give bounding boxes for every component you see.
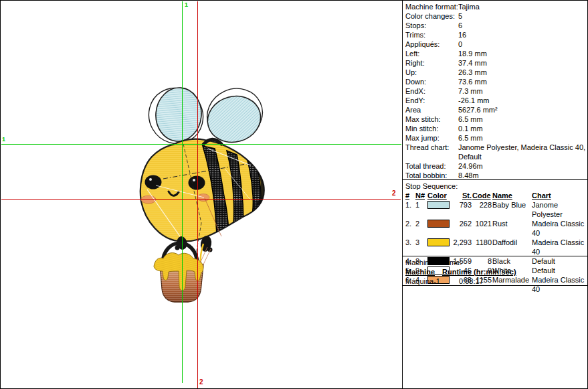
- color-swatch: [427, 219, 451, 238]
- color-swatch: [427, 238, 451, 256]
- stop-row-chart: Default: [532, 256, 587, 266]
- stop-row-code: 8: [472, 256, 492, 266]
- guide-label-left: 1: [2, 136, 5, 143]
- stop-sequence-title: Stop Sequence:: [405, 181, 587, 191]
- stat-row: EndX:7.3 mm: [405, 86, 587, 96]
- stat-row: Min stitch:0.1 mm: [405, 124, 587, 133]
- stop-row-num: 2.: [405, 219, 415, 238]
- machine-stats-section: Machine format:Tajima Color changes:5 St…: [403, 1, 588, 180]
- left-wing: [154, 86, 204, 143]
- stat-row: Trims:16: [405, 30, 587, 40]
- guide-label-top: 1: [185, 1, 188, 8]
- guide-label-bottom: 2: [199, 379, 203, 386]
- stop-row-chart: Madeira Classic 40: [532, 238, 587, 256]
- stat-row: Up:26.3 mm: [405, 68, 587, 77]
- stat-row: Stops:6: [405, 21, 587, 30]
- stat-row: Left:18.9 mm: [405, 49, 587, 58]
- stat-row: Right:37.4 mm: [405, 58, 587, 68]
- stop-row-code: 1180: [472, 238, 492, 256]
- stop-row-n: 3: [415, 238, 427, 256]
- right-eye-highlight: [193, 179, 195, 181]
- stop-row-code: 1021: [472, 219, 492, 238]
- honey-pot: [154, 242, 203, 302]
- runtime-row-value: 0:08:17: [442, 277, 587, 286]
- stop-row-n: 1: [415, 200, 427, 219]
- stop-row-num: 3.: [405, 238, 415, 256]
- stop-sequence-section: Stop Sequence: # N# Color St. Code Name …: [403, 180, 588, 256]
- stat-row: EndY:-26.1 mm: [405, 96, 587, 105]
- stop-row-name: Baby Blue: [492, 200, 531, 219]
- stat-row: Machine format:Tajima: [405, 2, 587, 11]
- stat-row: Total bobbin:8.48m: [405, 171, 587, 180]
- horizontal-guide-2[interactable]: [1, 199, 401, 200]
- stat-row: Color changes:5: [405, 11, 587, 21]
- stop-row-st: 793: [452, 200, 472, 219]
- bee-body: [140, 139, 264, 242]
- col-header-n: N#: [415, 191, 427, 200]
- horizontal-guide-1[interactable]: [1, 144, 401, 145]
- stat-row: Area5627.6 mm²: [405, 105, 587, 114]
- stat-row: Thread chart:Janome Polyester, Madeira C…: [405, 143, 587, 161]
- stop-row-num: 1.: [405, 200, 415, 219]
- embroidery-app-window: 1 2 1 2 Machine format:Tajima Color chan…: [0, 0, 588, 389]
- stat-row: Total thread:24.96m: [405, 161, 587, 171]
- left-cheek: [141, 196, 156, 204]
- stop-row-name: Black: [492, 256, 531, 266]
- stop-row-st: 2,293: [452, 238, 472, 256]
- stat-row: Max jump:6.5 mm: [405, 133, 587, 143]
- col-header-color: Color: [427, 191, 451, 200]
- stop-row-chart: Janome Polyester: [532, 200, 587, 219]
- col-header-num: #: [405, 191, 415, 200]
- col-header-runtime: Runtime (hr:min:sec): [442, 267, 587, 277]
- color-swatch: [427, 200, 451, 219]
- col-header-name: Name: [492, 191, 531, 200]
- stat-row: Appliqués:0: [405, 40, 587, 49]
- vertical-guide-1[interactable]: [182, 1, 183, 383]
- stop-row-chart: Madeira Classic 40: [532, 219, 587, 238]
- stop-row-code: 228: [472, 200, 492, 219]
- col-header-chart: Chart: [532, 191, 587, 200]
- stat-row: Max stitch:6.5 mm: [405, 114, 587, 124]
- runtime-row-machine: Máquina-1: [405, 277, 442, 286]
- stop-row-name: Daffodil: [492, 238, 531, 256]
- col-header-code: Code: [472, 191, 492, 200]
- stop-row-n: 2: [415, 219, 427, 238]
- guide-label-right: 2: [392, 190, 396, 197]
- right-toe: [208, 248, 213, 252]
- design-properties-panel: Machine format:Tajima Color changes:5 St…: [402, 1, 588, 389]
- col-header-machine: Machine: [405, 267, 442, 277]
- design-canvas[interactable]: 1 2 1 2: [1, 1, 402, 389]
- left-eye: [145, 175, 162, 189]
- handle-knob: [176, 242, 184, 247]
- vertical-guide-2[interactable]: [197, 1, 198, 389]
- stop-row-name: Rust: [492, 219, 531, 238]
- embroidery-design-bee: [1, 1, 402, 389]
- machine-runtime-table: Machine Runtime (hr:min:sec) Máquina-1 0…: [405, 267, 587, 286]
- stat-row: Down:73.6 mm: [405, 77, 587, 86]
- left-eye-highlight: [149, 178, 152, 181]
- stop-row-st: 262: [452, 219, 472, 238]
- col-header-st: St.: [452, 191, 472, 200]
